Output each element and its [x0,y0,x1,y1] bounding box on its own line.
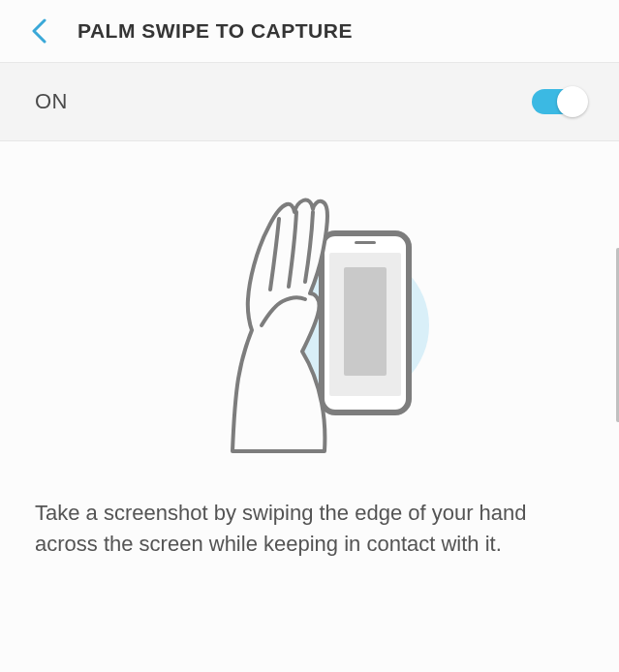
svg-rect-4 [355,241,376,244]
header-bar: PALM SWIPE TO CAPTURE [0,0,619,63]
toggle-thumb [557,86,588,117]
toggle-switch[interactable] [532,86,588,117]
palm-swipe-illustration [0,180,619,471]
toggle-status-label: ON [35,89,68,114]
content-area: Take a screenshot by swiping the edge of… [0,141,619,560]
page-title: PALM SWIPE TO CAPTURE [77,19,353,43]
back-icon[interactable] [27,17,50,45]
description-text: Take a screenshot by swiping the edge of… [0,471,619,560]
toggle-row: ON [0,63,619,141]
svg-rect-3 [344,267,387,376]
